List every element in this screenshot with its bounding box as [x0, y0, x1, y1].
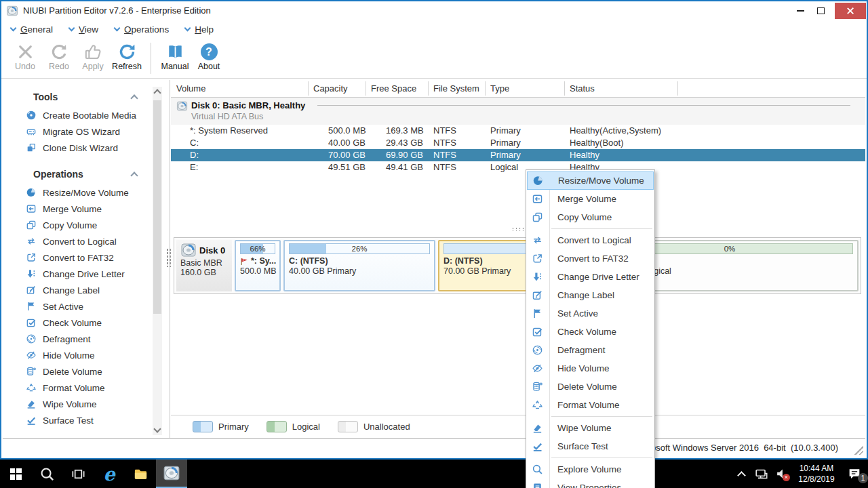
notification-count-badge: 1 — [858, 473, 868, 483]
app-window: NIUBI Partition Editor v7.2.6 - Enterpri… — [0, 0, 868, 460]
sidebar-item-set-active[interactable]: Set Active — [3, 298, 170, 314]
context-item-set-active[interactable]: Set Active — [526, 304, 654, 323]
sidebar-item-change-drive-letter[interactable]: Change Drive Letter — [3, 266, 170, 282]
taskbar: e × 10:44 AM 12/8/2019 1 — [0, 460, 868, 488]
context-item-merge-volume[interactable]: Merge Volume — [526, 190, 654, 208]
disk-map-disk-info[interactable]: Disk 0 Basic MBR 160.0 GB — [176, 240, 232, 291]
undo-button[interactable]: Undo — [8, 41, 42, 71]
context-item-convert-to-logical[interactable]: Convert to Logical — [526, 231, 654, 249]
disk-group-row[interactable]: Disk 0: Basic MBR, Healthy Virtual HD AT… — [171, 98, 865, 125]
minimize-button[interactable] — [790, 2, 810, 19]
sidebar-item-format-volume[interactable]: Format Volume — [3, 380, 170, 396]
menu-general[interactable]: General — [11, 24, 53, 35]
scrollbar-thumb[interactable] — [153, 100, 161, 314]
close-button[interactable] — [835, 3, 866, 19]
sidebar-item-convert-to-fat32[interactable]: Convert to FAT32 — [3, 249, 170, 266]
sidebar-item-merge-volume[interactable]: Merge Volume — [3, 201, 170, 217]
redo-button[interactable]: Redo — [42, 41, 76, 71]
column-header-volume[interactable]: Volume — [176, 83, 205, 94]
scroll-down-icon[interactable] — [153, 425, 161, 432]
sidebar-item-create-bootable-media[interactable]: Create Bootable Media — [3, 107, 170, 123]
redo-arc-icon — [50, 43, 68, 61]
taskbar-clock[interactable]: 10:44 AM 12/8/2019 — [792, 463, 841, 485]
maximize-button[interactable] — [810, 2, 831, 19]
checkbox-icon — [26, 317, 37, 328]
apply-button[interactable]: Apply — [76, 41, 110, 71]
context-item-defragment[interactable]: Defragment — [526, 341, 654, 359]
context-item-copy-volume[interactable]: Copy Volume — [526, 208, 654, 226]
sidebar-item-delete-volume[interactable]: Delete Volume — [3, 363, 170, 380]
network-icon — [754, 466, 769, 481]
volume-table-header: Volume Capacity Free Space File System T… — [171, 80, 865, 98]
context-item-format-volume[interactable]: Format Volume — [526, 396, 654, 414]
partition-block-c[interactable]: 26% C: (NTFS) 40.00 GB Primary — [283, 240, 435, 291]
task-view-icon — [71, 466, 86, 482]
partition-block-system-reserved[interactable]: 66% *: Sy... 500.0 MB — [235, 240, 281, 291]
refresh-button[interactable]: Refresh — [110, 41, 144, 71]
pie-icon — [26, 187, 37, 198]
menu-operations[interactable]: Operations — [115, 24, 169, 35]
column-header-free-space[interactable]: Free Space — [371, 83, 416, 94]
volume-tray-button[interactable]: × — [772, 460, 792, 488]
sidebar-item-check-volume[interactable]: Check Volume — [3, 314, 170, 331]
search-icon — [39, 466, 55, 482]
taskbar-search-button[interactable] — [31, 460, 62, 488]
context-item-delete-volume[interactable]: Delete Volume — [526, 378, 654, 396]
drive-icon — [26, 126, 37, 137]
action-center-button[interactable]: 1 — [841, 460, 868, 488]
sidebar-item-defragment[interactable]: Defragment — [3, 331, 170, 347]
context-item-wipe-volume[interactable]: Wipe Volume — [526, 419, 654, 437]
menu-help[interactable]: Help — [185, 24, 214, 35]
context-item-surface-test[interactable]: Surface Test — [526, 437, 654, 455]
context-item-check-volume[interactable]: Check Volume — [526, 323, 654, 341]
sidebar-item-change-label[interactable]: Change Label — [3, 282, 170, 298]
table-row-e[interactable]: E: 49.51 GB 49.41 GB NTFS Logical Health… — [171, 161, 865, 174]
sidebar-splitter-handle[interactable] — [166, 248, 171, 267]
internet-explorer-button[interactable]: e — [94, 460, 125, 488]
sidebar-item-convert-to-logical[interactable]: Convert to Logical — [3, 233, 170, 249]
tools-section-header[interactable]: Tools — [33, 91, 137, 103]
column-header-type[interactable]: Type — [490, 83, 509, 94]
export-icon — [26, 252, 37, 263]
sidebar-scrollbar[interactable] — [153, 87, 162, 435]
sidebar-item-wipe-volume[interactable]: Wipe Volume — [3, 396, 170, 412]
disc-icon — [26, 110, 37, 121]
sidebar-item-clone-disk-wizard[interactable]: Clone Disk Wizard — [3, 140, 170, 156]
context-item-resize-move-volume[interactable]: Resize/Move Volume — [527, 171, 654, 190]
operations-section-header[interactable]: Operations — [33, 168, 137, 180]
context-item-explore-volume[interactable]: Explore Volume — [526, 460, 654, 479]
scroll-up-icon[interactable] — [153, 89, 161, 96]
menu-view[interactable]: View — [69, 24, 98, 35]
table-row-d-selected[interactable]: D: 70.00 GB 69.90 GB NTFS Primary Health… — [171, 149, 865, 161]
disk-icon — [180, 242, 197, 258]
column-header-capacity[interactable]: Capacity — [313, 83, 348, 94]
context-item-hide-volume[interactable]: Hide Volume — [526, 359, 654, 378]
niubi-taskbar-button[interactable] — [156, 460, 187, 488]
sidebar-item-resize-move-volume[interactable]: Resize/Move Volume — [3, 184, 170, 201]
network-tray-button[interactable] — [751, 460, 772, 488]
tray-show-hidden-icons-button[interactable] — [731, 460, 751, 488]
open-book-icon — [166, 43, 184, 61]
undo-label: Undo — [15, 62, 35, 71]
sidebar-item-surface-test[interactable]: Surface Test — [3, 412, 170, 428]
table-row-system-reserved[interactable]: *: System Reserved 500.0 MB 169.3 MB NTF… — [171, 125, 865, 137]
manual-button[interactable]: Manual — [158, 41, 192, 71]
file-explorer-button[interactable] — [125, 460, 156, 488]
sidebar-item-migrate-os-wizard[interactable]: Migrate OS Wizard — [3, 123, 170, 140]
start-button[interactable] — [0, 460, 31, 488]
context-item-view-properties[interactable]: View Properties — [526, 479, 654, 488]
task-view-button[interactable] — [62, 460, 94, 488]
edit-icon — [26, 285, 37, 296]
title-bar: NIUBI Partition Editor v7.2.6 - Enterpri… — [1, 1, 867, 20]
about-button[interactable]: ?About — [192, 41, 226, 71]
table-row-c[interactable]: C: 40.00 GB 29.43 GB NTFS Primary Health… — [171, 137, 865, 149]
column-header-file-system[interactable]: File System — [433, 83, 479, 94]
context-item-change-drive-letter[interactable]: Change Drive Letter — [526, 268, 654, 286]
context-item-convert-to-fat32[interactable]: Convert to FAT32 — [526, 249, 654, 268]
column-header-status[interactable]: Status — [570, 83, 595, 94]
sidebar-item-hide-volume[interactable]: Hide Volume — [3, 347, 170, 363]
context-item-change-label[interactable]: Change Label — [526, 286, 654, 304]
resize-grip[interactable] — [853, 445, 863, 455]
context-menu-separator — [551, 416, 652, 417]
sidebar-item-copy-volume[interactable]: Copy Volume — [3, 217, 170, 233]
